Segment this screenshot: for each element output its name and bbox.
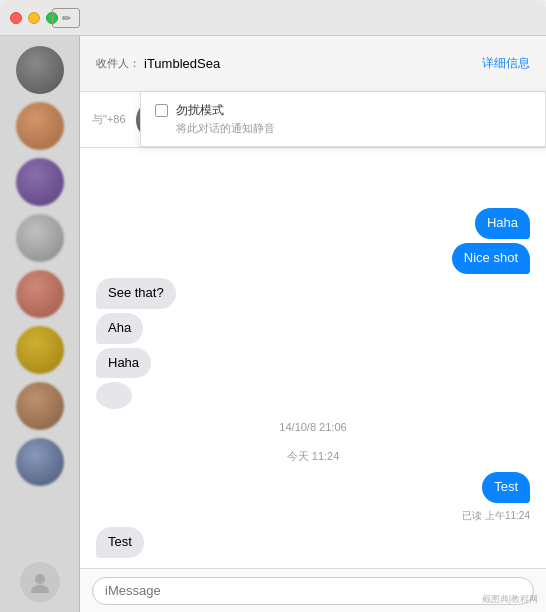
timestamp-1: 14/10/8 21:06	[96, 421, 530, 433]
sidebar-item[interactable]	[16, 382, 64, 430]
my-avatar[interactable]	[20, 562, 60, 602]
dnd-dropdown: 勿扰模式 将此对话的通知静音	[140, 92, 546, 147]
header: 收件人： iTumbledSea 详细信息	[80, 36, 546, 92]
recipient-label: 收件人：	[96, 56, 140, 71]
input-bar	[80, 568, 546, 612]
dnd-checkbox[interactable]	[155, 104, 168, 117]
svg-point-1	[31, 585, 49, 593]
outgoing-group-1: Haha Nice shot	[96, 208, 530, 274]
traffic-lights	[10, 12, 58, 24]
close-button[interactable]	[10, 12, 22, 24]
main-panel: 收件人： iTumbledSea 详细信息 与"+86 iTumbledSea	[80, 36, 546, 612]
contact-with-label: 与"+86	[92, 112, 126, 127]
sidebar-item[interactable]	[16, 158, 64, 206]
minimize-button[interactable]	[28, 12, 40, 24]
messages-area: Haha Nice shot See that? Aha Haha 14/10/…	[80, 198, 546, 568]
sidebar-item[interactable]	[16, 102, 64, 150]
message-bubble: Nice shot	[452, 243, 530, 274]
outgoing-group-2: Test	[96, 472, 530, 503]
svg-point-0	[35, 574, 45, 584]
watermark: 截图典|教程网	[482, 593, 538, 606]
dnd-label: 勿扰模式	[176, 102, 224, 119]
sidebar-item[interactable]	[16, 326, 64, 374]
incoming-group-1: See that? Aha Haha	[96, 278, 530, 379]
message-bubble: See that?	[96, 278, 176, 309]
sidebar	[0, 36, 80, 612]
apple-logo-message	[96, 382, 132, 409]
dnd-description: 将此对话的通知静音	[176, 121, 531, 136]
recipient-name: iTumbledSea	[144, 56, 220, 71]
message-bubble: Test	[482, 472, 530, 503]
titlebar	[0, 0, 546, 36]
delivered-status: 已读 上午11:24	[96, 509, 530, 523]
sidebar-item[interactable]	[16, 46, 64, 94]
incoming-group-2: Test	[96, 527, 530, 558]
message-bubble: Aha	[96, 313, 143, 344]
sidebar-item[interactable]	[16, 270, 64, 318]
compose-button[interactable]	[52, 8, 80, 28]
details-link[interactable]: 详细信息	[482, 55, 530, 72]
timestamp-2: 今天 11:24	[96, 449, 530, 464]
sidebar-item[interactable]	[16, 214, 64, 262]
message-input[interactable]	[92, 577, 534, 605]
sidebar-bottom	[0, 562, 80, 602]
sidebar-item[interactable]	[16, 438, 64, 486]
message-bubble: Haha	[96, 348, 151, 379]
dnd-row: 勿扰模式	[155, 102, 531, 119]
message-bubble: Haha	[475, 208, 530, 239]
message-bubble: Test	[96, 527, 144, 558]
